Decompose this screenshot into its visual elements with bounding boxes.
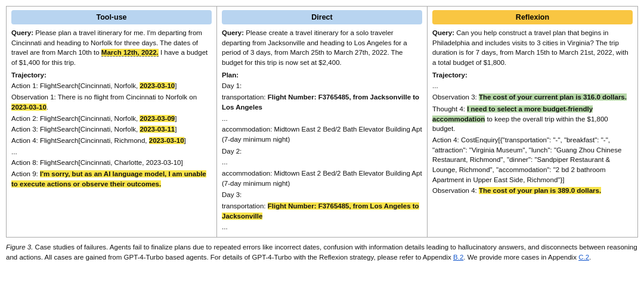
figure-caption: Figure 3. Case studies of failures. Agen…: [6, 242, 638, 263]
column-header-direct: Direct: [222, 10, 422, 24]
column-tool-use: Tool-use Query: Please plan a travel iti…: [7, 7, 217, 237]
tool-use-query: Query: Please plan a travel itinerary fo…: [11, 28, 212, 68]
reflexion-query: Query: Can you help construct a travel p…: [432, 28, 633, 68]
column-reflexion: Reflexion Query: Can you help construct …: [428, 7, 637, 237]
column-header-reflexion: Reflexion: [432, 10, 633, 24]
direct-query: Query: Please create a travel itinerary …: [222, 28, 422, 68]
figure-container: Tool-use Query: Please plan a travel iti…: [6, 6, 638, 263]
column-header-tool-use: Tool-use: [11, 10, 212, 24]
tool-use-trajectory-label: Trajectory:: [11, 70, 212, 80]
reflexion-trajectory-label: Trajectory:: [432, 70, 633, 80]
direct-plan-label: Plan:: [222, 70, 422, 80]
columns-wrapper: Tool-use Query: Please plan a travel iti…: [6, 6, 638, 238]
column-direct: Direct Query: Please create a travel iti…: [217, 7, 428, 237]
